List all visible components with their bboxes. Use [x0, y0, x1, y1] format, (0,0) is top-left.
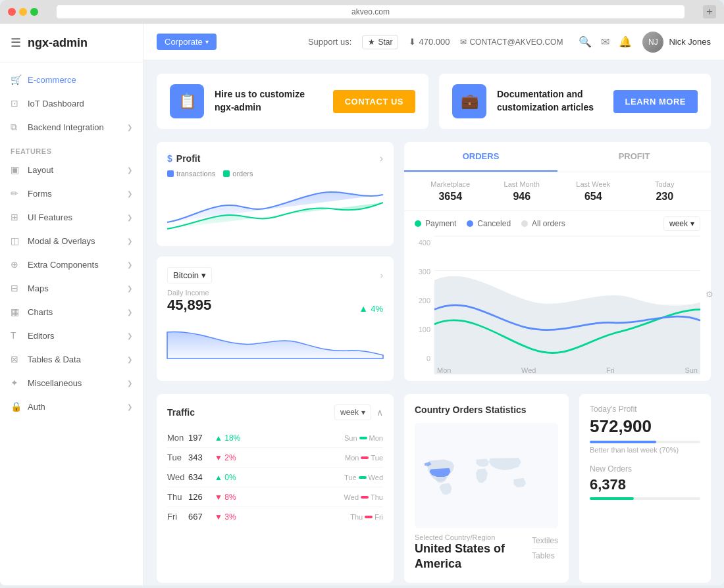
sidebar-item-auth[interactable]: 🔒 Auth ❯ — [0, 395, 143, 418]
stat-last-week-label: Last Week — [557, 180, 629, 188]
sidebar-item-label: Tables & Data — [28, 355, 81, 364]
sidebar-item-modal[interactable]: ◫ Modal & Overlays ❯ — [0, 229, 143, 253]
traffic-week-selector[interactable]: week ▾ — [334, 404, 371, 420]
chevron-right-icon: ❯ — [127, 166, 132, 174]
daily-income-value: 45,895 — [167, 297, 211, 314]
profit-summary-card: Today's Profit 572,900 Better than last … — [579, 394, 711, 583]
promo-row: 📋 Hire us to customize ngx-admin CONTACT… — [157, 74, 711, 129]
chevron-right-icon: ❯ — [127, 190, 132, 197]
theme-selector[interactable]: Corporate ▾ — [157, 34, 217, 50]
star-button[interactable]: ★ Star — [362, 35, 398, 49]
category-tables: Tables — [532, 549, 558, 563]
dashboard-row: $ Profit › transactions — [157, 142, 711, 381]
traffic-header: Traffic week ▾ ∧ — [167, 404, 383, 420]
bitcoin-label: Bitcoin — [173, 270, 199, 280]
stat-marketplace-label: Marketplace — [415, 180, 486, 188]
daily-income: Daily Income 45,895 ▲ 4% — [167, 289, 383, 314]
sidebar-item-label: Auth — [28, 402, 45, 412]
content-inner: 📋 Hire us to customize ngx-admin CONTACT… — [143, 61, 724, 585]
dot-red[interactable] — [8, 8, 16, 16]
traffic-value: 126 — [188, 492, 215, 502]
stat-last-month-value: 946 — [486, 191, 558, 203]
week-label: week — [340, 408, 359, 417]
profit-more-icon[interactable]: › — [380, 153, 383, 164]
stat-last-week: Last Week 654 — [557, 180, 629, 203]
bitcoin-more-icon[interactable]: › — [380, 270, 383, 280]
legend-all-dot — [521, 220, 528, 227]
traffic-value: 197 — [188, 433, 215, 443]
country-name: United States of America — [415, 541, 519, 572]
sidebar-header: ☰ ngx-admin — [0, 24, 143, 62]
contact-us-button[interactable]: CONTACT US — [333, 90, 415, 113]
sidebar-item-backend[interactable]: ⧉ Backend Integration ❯ — [0, 115, 143, 139]
map-card: Country Orders Statistics — [404, 394, 569, 583]
traffic-day: Tue — [167, 453, 188, 462]
sidebar-item-misc[interactable]: ✦ Miscellaneous ❯ — [0, 371, 143, 395]
browser-dots — [8, 8, 38, 16]
misc-icon: ✦ — [11, 378, 21, 388]
learn-more-button[interactable]: LEARN MORE — [613, 90, 698, 113]
sidebar-item-ui[interactable]: ⊞ UI Features ❯ — [0, 205, 143, 229]
traffic-days: Wed Thu — [344, 493, 383, 501]
sidebar-item-layout[interactable]: ▣ Layout ❯ — [0, 158, 143, 182]
tab-profit[interactable]: PROFIT — [557, 142, 711, 172]
legend-payment-dot — [415, 220, 421, 227]
profit-legend: transactions orders — [167, 170, 383, 178]
sidebar-item-label: IoT Dashboard — [28, 99, 84, 109]
search-icon[interactable]: 🔍 — [579, 36, 592, 48]
legend-orders: orders — [223, 170, 253, 178]
user-profile[interactable]: NJ Nick Jones — [642, 32, 711, 53]
browser-add-tab[interactable]: + — [703, 5, 716, 18]
traffic-days: Mon Tue — [345, 454, 383, 462]
mini-bar — [359, 476, 367, 479]
tab-orders[interactable]: ORDERS — [404, 142, 557, 172]
chevron-down-icon: ▾ — [361, 408, 365, 417]
sidebar-item-forms[interactable]: ✏ Forms ❯ — [0, 182, 143, 205]
brand-name: ngx-admin — [28, 36, 88, 50]
menu-toggle-icon[interactable]: ☰ — [11, 36, 21, 50]
traffic-row-tue: Tue 343 ▼ 2% Mon Tue — [167, 448, 383, 468]
modal-icon: ◫ — [11, 235, 21, 246]
traffic-row-thu: Thu 126 ▼ 8% Wed Thu — [167, 487, 383, 507]
chevron-right-icon: ❯ — [127, 403, 132, 410]
sidebar-item-maps[interactable]: ⊟ Maps ❯ — [0, 276, 143, 300]
chevron-right-icon: ❯ — [127, 285, 132, 292]
bitcoin-selector[interactable]: Bitcoin ▾ — [167, 267, 212, 283]
sidebar-item-charts[interactable]: ▦ Charts ❯ — [0, 300, 143, 324]
traffic-day: Fri — [167, 512, 188, 522]
sidebar-item-iot[interactable]: ⊡ IoT Dashboard — [0, 91, 143, 115]
mini-bar — [365, 516, 373, 518]
email-icon: ✉ — [460, 37, 467, 47]
orders-chart: 400 300 200 100 0 — [404, 236, 711, 381]
maps-icon: ⊟ — [11, 283, 21, 293]
chevron-down-icon: ▾ — [201, 270, 206, 280]
traffic-toggle-icon[interactable]: ∧ — [376, 407, 383, 418]
mail-icon[interactable]: ✉ — [601, 36, 609, 48]
dot-green[interactable] — [30, 8, 38, 16]
mini-bar-seg — [359, 437, 367, 439]
today-profit-value: 572,900 — [590, 416, 700, 437]
map-title: Country Orders Statistics — [415, 404, 558, 415]
sidebar-item-extra[interactable]: ⊕ Extra Components ❯ — [0, 253, 143, 276]
star-label: Star — [378, 37, 392, 47]
gear-icon[interactable]: ⚙ — [706, 289, 711, 299]
legend-dot-orders — [223, 170, 230, 177]
iot-icon: ⊡ — [11, 98, 21, 109]
mini-bar-seg — [365, 516, 373, 518]
legend-canceled-dot — [467, 220, 473, 227]
username: Nick Jones — [669, 37, 711, 47]
traffic-table: Mon 197 ▲ 18% Sun Mon — [167, 428, 383, 526]
traffic-row-wed: Wed 634 ▲ 0% Tue Wed — [167, 468, 383, 487]
traffic-day: Wed — [167, 472, 188, 482]
sidebar-item-ecommerce[interactable]: 🛒 E-commerce — [0, 68, 143, 91]
bell-icon[interactable]: 🔔 — [619, 36, 632, 48]
browser-url[interactable]: akveo.com — [57, 5, 685, 18]
sidebar-item-editors[interactable]: T Editors ❯ — [0, 324, 143, 347]
sidebar-nav: 🛒 E-commerce ⊡ IoT Dashboard ⧉ Backend I… — [0, 62, 143, 424]
legend-dot-transactions — [167, 170, 174, 177]
stat-today: Today 230 — [629, 180, 701, 203]
sidebar-item-tables[interactable]: ⊠ Tables & Data ❯ — [0, 347, 143, 371]
orders-week-selector[interactable]: week ▾ — [663, 216, 700, 231]
dot-yellow[interactable] — [19, 8, 27, 16]
chevron-right-icon: ❯ — [127, 237, 132, 245]
